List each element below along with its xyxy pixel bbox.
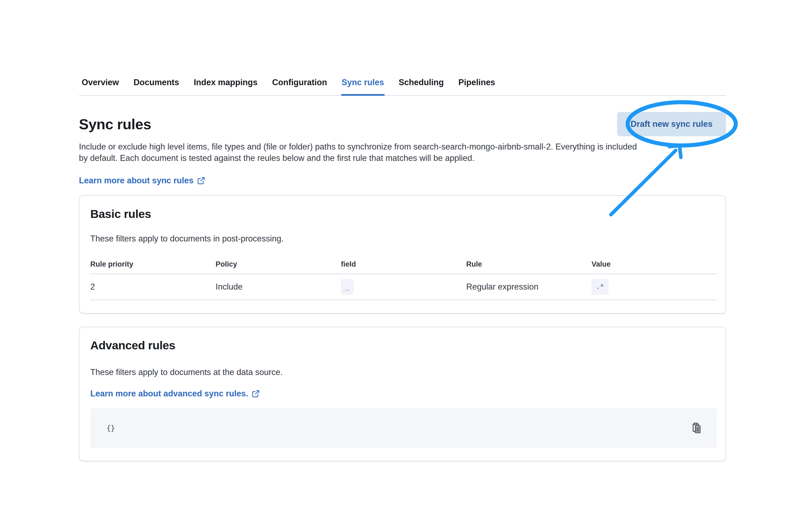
page-canvas: Overview Documents Index mappings Config… [0,0,812,524]
tab-index-mappings[interactable]: Index mappings [193,77,258,95]
description-line-1: Include or exclude high level items, fil… [79,141,726,152]
tab-sync-rules[interactable]: Sync rules [341,77,385,95]
basic-rules-panel: Basic rules These filters apply to docum… [79,195,726,314]
cell-rule-priority: 2 [90,279,216,295]
page-title: Sync rules [79,115,151,133]
advanced-rules-panel: Advanced rules These filters apply to do… [79,327,726,461]
advanced-rules-title: Advanced rules [90,338,717,353]
field-code-badge: _ [341,279,353,295]
tab-overview[interactable]: Overview [81,77,119,95]
copy-clipboard-icon [692,422,702,434]
basic-rules-subtitle: These filters apply to documents in post… [90,233,717,244]
page-description: Include or exclude high level items, fil… [79,141,726,164]
advanced-rules-code-block: {} [90,408,717,448]
content-container: Overview Documents Index mappings Config… [79,0,726,461]
column-header-value: Value [592,260,717,274]
advanced-rules-subtitle: These filters apply to documents at the … [90,367,717,378]
column-header-field: field [341,260,466,274]
table-header-row: Rule priority Policy field Rule Value [90,260,717,274]
tab-configuration[interactable]: Configuration [272,77,328,95]
basic-rules-title: Basic rules [90,207,717,221]
table-row: 2 Include _ Regular expression .* [90,274,717,300]
basic-rules-table: Rule priority Policy field Rule Value 2 … [90,260,717,300]
external-link-icon [252,390,260,397]
learn-more-advanced-sync-rules-link[interactable]: Learn more about advanced sync rules. [90,389,260,398]
column-header-rule: Rule [466,260,592,274]
link-label: Learn more about advanced sync rules. [90,389,248,398]
column-header-policy: Policy [216,260,341,274]
page-header: Sync rules Draft new sync rules [79,112,726,136]
description-line-2: by default. Each document is tested agai… [79,152,726,164]
draft-new-sync-rules-button[interactable]: Draft new sync rules [617,112,726,136]
column-header-rule-priority: Rule priority [90,260,216,274]
link-label: Learn more about sync rules [79,176,194,185]
tab-documents[interactable]: Documents [133,77,180,95]
external-link-icon [197,177,205,184]
cell-rule: Regular expression [466,279,592,295]
value-code-badge: .* [592,279,608,295]
tab-scheduling[interactable]: Scheduling [398,77,444,95]
learn-more-sync-rules-link[interactable]: Learn more about sync rules [79,176,205,185]
cell-value: .* [592,276,717,298]
tab-bar: Overview Documents Index mappings Config… [79,77,726,96]
tab-pipelines[interactable]: Pipelines [458,77,496,95]
copy-button[interactable] [690,421,703,435]
code-content: {} [106,424,115,432]
cell-policy: Include [216,279,341,295]
cell-field: _ [341,276,466,298]
